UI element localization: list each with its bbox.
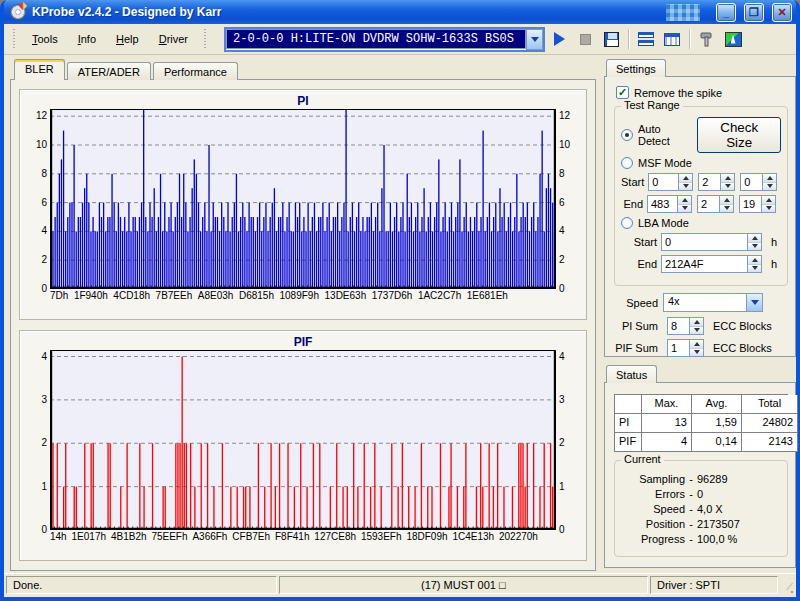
pi-chart-title: PI [26, 94, 580, 108]
msf-start-sec-field[interactable] [698, 173, 720, 191]
errors-value: 0 [697, 488, 703, 500]
pi-sum-suffix: ECC Blocks [713, 320, 772, 332]
pif-sum-field[interactable] [667, 339, 689, 357]
speed-value: 4x [663, 293, 746, 312]
msf-end-sec-stepper[interactable] [719, 195, 734, 213]
lba-end-label: End [621, 258, 657, 270]
toolbar-grip[interactable] [12, 29, 17, 49]
settings-panel: ✓ Remove the spike Test Range Auto Detec… [604, 76, 796, 357]
x-tick-label: D6815h [239, 290, 274, 301]
msf-start-min-field[interactable] [648, 173, 678, 191]
x-tick-label: 1593EFh [361, 531, 402, 542]
tab-performance[interactable]: Performance [153, 62, 238, 80]
msf-mode-radio[interactable] [621, 157, 633, 169]
play-icon [554, 32, 565, 46]
floppy-save-icon [604, 32, 619, 47]
auto-detect-radio[interactable] [621, 129, 633, 141]
pi-max: 13 [642, 414, 692, 433]
image-icon [725, 32, 742, 47]
errors-label: Errors [623, 488, 685, 500]
remove-spike-option[interactable]: ✓ Remove the spike [616, 86, 788, 99]
tools-button[interactable] [695, 27, 719, 51]
statusbar-disc-label: (17) MUST 001 □ [279, 576, 648, 594]
lba-start-field[interactable] [661, 233, 747, 251]
statusbar-driver: Driver : SPTI [650, 576, 778, 594]
progress-value: 100,0 % [697, 533, 737, 545]
msf-start-frame-field[interactable] [740, 173, 762, 191]
close-button[interactable]: ✕ [772, 3, 792, 22]
separator: - [685, 533, 697, 545]
status-panel: Max. Avg. Total PI 13 1,59 24802 PIF 4 0… [604, 382, 796, 568]
tab-ater-ader[interactable]: ATER/ADER [67, 62, 151, 80]
grid-view-button[interactable] [660, 27, 684, 51]
pi-sum-field[interactable] [667, 317, 689, 335]
menu-info[interactable]: Info [69, 30, 105, 48]
maximize-button[interactable]: ❐ [744, 3, 764, 22]
title-bar[interactable]: KProbe v2.4.2 - Designed by Karr _ ❐ ✕ [4, 0, 796, 24]
x-tick-label: 4CD18h [113, 290, 150, 301]
lba-end-row: End h [621, 255, 781, 273]
msf-end-frame-stepper[interactable] [761, 195, 776, 213]
cur-speed-label: Speed [623, 503, 685, 515]
msf-end-min-field[interactable] [647, 195, 677, 213]
cur-speed-value: 4,0 X [697, 503, 723, 515]
toolbar-separator [689, 29, 690, 49]
toolbar: Tools Info Help Driver 2-0-0-0 H:LITE-ON… [4, 24, 796, 55]
msf-start-min-stepper[interactable] [678, 173, 693, 191]
panels-view-button[interactable] [634, 27, 658, 51]
minimize-button[interactable]: _ [716, 3, 736, 22]
x-tick-label: 1F940h [74, 290, 108, 301]
toolbar-grip[interactable] [203, 29, 208, 49]
pif-sum-stepper[interactable] [689, 339, 704, 357]
tab-settings[interactable]: Settings [606, 59, 666, 77]
lba-start-row: Start h [621, 233, 781, 251]
pi-sum-stepper[interactable] [689, 317, 704, 335]
menu-driver[interactable]: Driver [150, 30, 197, 48]
drive-select[interactable]: 2-0-0-0 H:LITE-ON DVDRW SOHW-1633S BS0S [224, 27, 545, 52]
msf-start-frame-stepper[interactable] [762, 173, 777, 191]
speed-dropdown-button[interactable] [746, 293, 763, 312]
x-tick-label: 4B1B2h [111, 531, 147, 542]
pif-chart-plot[interactable] [50, 350, 556, 530]
pi-chart-plot[interactable] [50, 109, 556, 289]
lba-mode-label: LBA Mode [638, 217, 689, 229]
msf-end-min-stepper[interactable] [677, 195, 692, 213]
menu-help[interactable]: Help [107, 30, 148, 48]
save-button[interactable] [599, 27, 623, 51]
msf-end-frame-field[interactable] [739, 195, 761, 213]
position-label: Position [623, 518, 685, 530]
tab-bler[interactable]: BLER [14, 59, 65, 80]
lba-start-hex-suffix: h [771, 236, 777, 248]
msf-end-row: End [621, 195, 781, 213]
pi-total: 24802 [742, 414, 798, 433]
chevron-down-icon [531, 37, 539, 42]
msf-start-sec-stepper[interactable] [720, 173, 735, 191]
tab-status[interactable]: Status [606, 365, 657, 383]
separator: - [685, 488, 697, 500]
pif-chart-title: PIF [26, 335, 580, 349]
msf-end-sec-field[interactable] [697, 195, 719, 213]
lba-end-field[interactable] [661, 255, 747, 273]
menu-tools[interactable]: Tools [23, 30, 67, 48]
stop-icon [580, 34, 591, 45]
speed-select[interactable]: 4x [663, 293, 763, 312]
resize-grip[interactable] [780, 576, 794, 594]
separator: - [685, 518, 697, 530]
lba-mode-radio[interactable] [621, 217, 633, 229]
x-tick-label: 1E017h [72, 531, 106, 542]
current-label: Current [621, 453, 664, 465]
x-tick-label: 1C4E13h [452, 531, 494, 542]
about-button[interactable] [721, 27, 745, 51]
test-range-group: Test Range Auto Detect Check Size MSF Mo… [614, 106, 788, 286]
row-pif-label: PIF [615, 433, 642, 452]
remove-spike-checkbox[interactable]: ✓ [616, 86, 629, 99]
lba-end-stepper[interactable] [747, 255, 762, 273]
start-scan-button[interactable] [547, 27, 571, 51]
lba-start-stepper[interactable] [747, 233, 762, 251]
drive-select-dropdown[interactable] [526, 29, 543, 50]
side-column: Settings ✓ Remove the spike Test Range A… [604, 59, 796, 571]
error-summary-table: Max. Avg. Total PI 13 1,59 24802 PIF 4 0… [614, 394, 788, 452]
pi-chart-panel: PI 024681012 024681012 7Dh1F940h4CD18h7B… [19, 89, 587, 320]
check-size-button[interactable]: Check Size [697, 117, 781, 153]
stop-scan-button[interactable] [573, 27, 597, 51]
